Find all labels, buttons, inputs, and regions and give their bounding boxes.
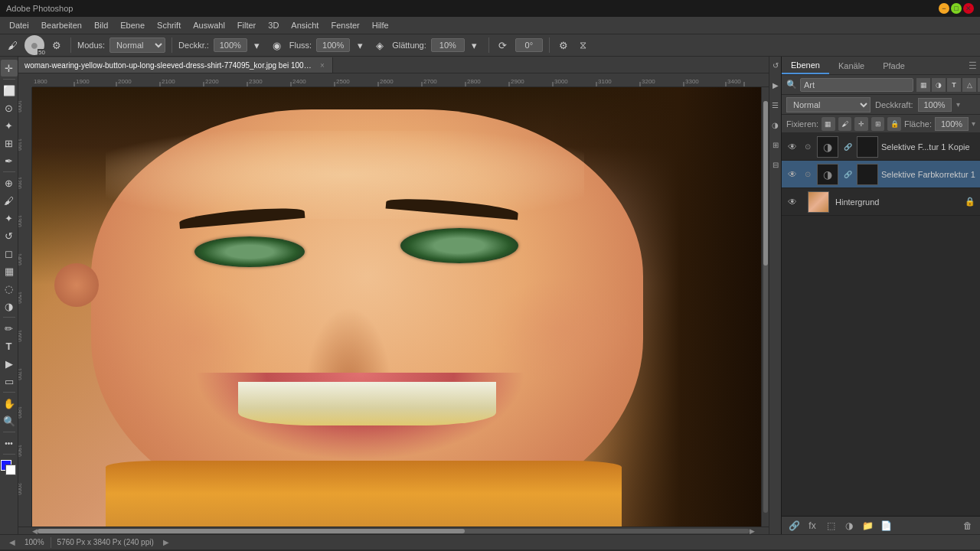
opacity-input[interactable] <box>214 38 247 52</box>
healing-tool[interactable]: ⊕ <box>1 174 18 191</box>
styles-icon[interactable]: ⊞ <box>770 139 781 150</box>
ltype-adj-btn[interactable]: ◑ <box>932 78 946 92</box>
symmetry-icon[interactable]: ⧖ <box>576 37 591 53</box>
blend-mode-select[interactable]: Normal Auflösen Abdunkeln <box>786 97 871 112</box>
flow-input[interactable] <box>316 38 350 52</box>
layer-2-link <box>802 196 805 208</box>
hand-tool[interactable]: ✋ <box>1 395 18 412</box>
ltype-pixel-btn[interactable]: ▦ <box>916 78 930 92</box>
menu-item-fenster[interactable]: Fenster <box>325 19 365 31</box>
menu-item-auswahl[interactable]: Auswahl <box>187 19 231 31</box>
scroll-right-arrow[interactable]: ▶ <box>750 527 755 535</box>
text-tool[interactable]: T <box>1 337 18 354</box>
minimize-button[interactable]: − <box>939 3 949 14</box>
pressure-icon[interactable]: ⚙ <box>556 37 571 53</box>
new-layer-btn[interactable]: 📄 <box>878 518 893 533</box>
background-color[interactable] <box>5 465 16 475</box>
layer-0-visibility[interactable]: 👁 <box>786 141 799 153</box>
flache-value-input[interactable] <box>935 117 969 131</box>
crop-tool[interactable]: ⊞ <box>1 135 18 152</box>
menu-item-schrift[interactable]: Schrift <box>151 19 187 31</box>
tab-kanaele[interactable]: Kanäle <box>829 58 874 73</box>
add-style-btn[interactable]: fx <box>805 518 820 533</box>
fix-image-btn[interactable]: 🖌 <box>838 117 852 131</box>
layer-row-1[interactable]: 👁 ⊙ ◑ 🔗 Selektive Farbkorrektur 1 <box>782 161 980 188</box>
add-adjustment-btn[interactable]: ◑ <box>841 518 857 533</box>
tab-close-btn[interactable]: × <box>318 61 326 70</box>
brush-tool[interactable]: 🖌 <box>1 192 18 209</box>
prev-nav[interactable]: ◀ <box>6 538 18 546</box>
menu-item-ansicht[interactable]: Ansicht <box>285 19 325 31</box>
gradient-tool[interactable]: ▦ <box>1 262 18 279</box>
opacity-value-input[interactable] <box>918 98 952 112</box>
add-mask-btn[interactable]: ⬚ <box>823 518 838 533</box>
layer-row-2[interactable]: 👁 Hintergrund 🔒 <box>782 188 980 216</box>
ltype-text-btn[interactable]: T <box>947 78 961 92</box>
canvas-scrollbar-horizontal[interactable]: ◀ ▶ <box>18 527 769 534</box>
history-brush-tool[interactable]: ↺ <box>1 227 18 244</box>
menu-item-bild[interactable]: Bild <box>88 19 114 31</box>
smooth-input[interactable] <box>431 38 465 52</box>
layer-1-visibility[interactable]: 👁 <box>786 168 799 181</box>
tab-pfade[interactable]: Pfade <box>874 58 914 73</box>
eyedropper-tool[interactable]: ✒ <box>1 152 18 169</box>
document-tab[interactable]: woman-wearing-yellow-button-up-long-slee… <box>18 57 333 73</box>
canvas-scrollbar-vertical[interactable] <box>761 87 769 527</box>
path-select-tool[interactable]: ▶ <box>1 355 18 372</box>
scroll-thumb-h[interactable] <box>38 529 465 533</box>
panel-menu-icon[interactable]: ☰ <box>965 57 980 74</box>
menu-item-ebene[interactable]: Ebene <box>114 19 151 31</box>
menu-item-filter[interactable]: Filter <box>231 19 262 31</box>
menu-item-hilfe[interactable]: Hilfe <box>366 19 395 31</box>
fix-artboard-btn[interactable]: ⊞ <box>871 117 885 131</box>
layer-1-chain: 🔗 <box>841 168 854 181</box>
marquee-tool[interactable]: ⬜ <box>1 82 18 99</box>
move-tool[interactable]: ✛ <box>1 60 18 77</box>
layer-row-0[interactable]: 👁 ⊙ ◑ 🔗 Selektive F...tur 1 Kopie <box>782 133 980 161</box>
history-icon[interactable]: ↺ <box>770 60 781 70</box>
angle-input[interactable] <box>515 38 543 52</box>
more-tools[interactable]: ••• <box>1 435 18 452</box>
modus-select[interactable]: Normal Auflösen <box>109 37 165 53</box>
blur-tool[interactable]: ◌ <box>1 280 18 297</box>
next-nav[interactable]: ▶ <box>160 538 172 546</box>
adjustments-icon[interactable]: ◑ <box>770 119 781 130</box>
pen-tool[interactable]: ✏ <box>1 320 18 337</box>
scroll-left-arrow[interactable]: ◀ <box>32 527 38 535</box>
fix-all-btn[interactable]: 🔒 <box>887 117 901 131</box>
smoothing-icon[interactable]: ◈ <box>372 37 387 53</box>
layers-search-input[interactable] <box>800 78 913 92</box>
clone-stamp-tool[interactable]: ✦ <box>1 210 18 227</box>
close-button[interactable]: ✕ <box>963 3 974 14</box>
new-group-btn[interactable]: 📁 <box>860 518 875 533</box>
menu-item-3d[interactable]: 3D <box>262 19 285 31</box>
ltype-shape-btn[interactable]: △ <box>962 78 976 92</box>
airbrush-icon[interactable]: ◉ <box>270 37 285 53</box>
svg-text:2600: 2600 <box>380 78 394 85</box>
patterns-icon[interactable]: ⊟ <box>770 159 781 170</box>
brush-size-picker[interactable]: ● 50 <box>24 35 44 55</box>
shape-tool[interactable]: ▭ <box>1 373 18 390</box>
brush-tool-icon[interactable]: 🖌 <box>5 37 20 53</box>
properties-icon[interactable]: ☰ <box>770 99 781 110</box>
color-picker[interactable] <box>1 460 18 475</box>
maximize-button[interactable]: □ <box>951 3 962 14</box>
menu-item-bearbeiten[interactable]: Bearbeiten <box>35 19 88 31</box>
brush-settings-icon[interactable]: ⚙ <box>49 37 64 53</box>
tab-ebenen[interactable]: Ebenen <box>782 57 829 74</box>
dodge-tool[interactable]: ◑ <box>1 298 18 315</box>
scroll-thumb-v[interactable] <box>763 101 768 266</box>
zoom-tool[interactable]: 🔍 <box>1 412 18 429</box>
canvas-image[interactable] <box>32 87 769 527</box>
fix-position-btn[interactable]: ✛ <box>854 117 868 131</box>
lasso-tool[interactable]: ⊙ <box>1 99 18 116</box>
menu-item-datei[interactable]: Datei <box>3 19 35 31</box>
window-controls: − □ ✕ <box>939 3 974 14</box>
layer-2-visibility[interactable]: 👁 <box>786 196 799 208</box>
fix-transparent-btn[interactable]: ▦ <box>822 117 835 131</box>
delete-layer-btn[interactable]: 🗑 <box>960 518 975 533</box>
quick-select-tool[interactable]: ✦ <box>1 117 18 134</box>
eraser-tool[interactable]: ◻ <box>1 245 18 262</box>
actions-icon[interactable]: ▶ <box>770 80 781 90</box>
link-layers-btn[interactable]: 🔗 <box>786 518 802 533</box>
